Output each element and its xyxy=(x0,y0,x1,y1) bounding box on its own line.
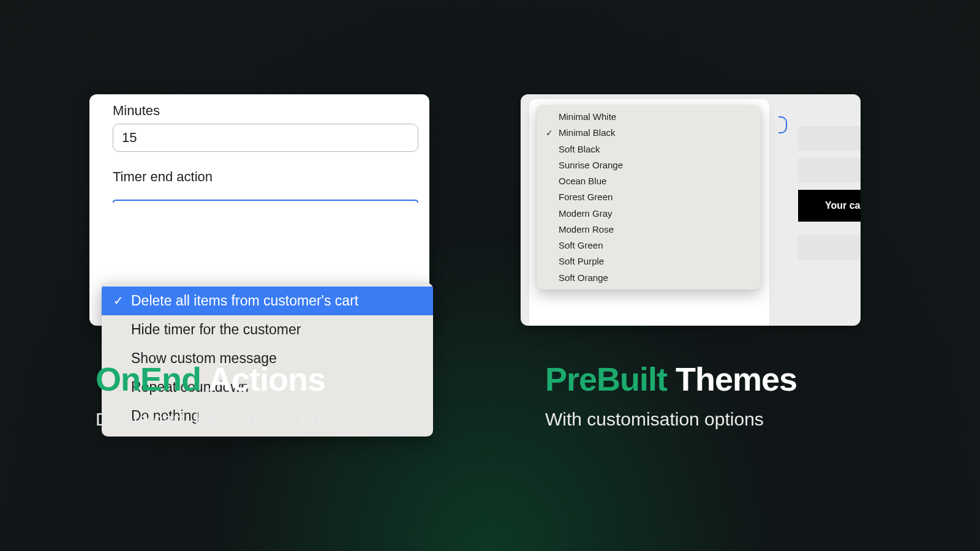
theme-option-label: Modern Gray xyxy=(559,208,612,220)
preview-strip: Your car xyxy=(798,126,861,285)
theme-option[interactable]: ✓Ocean Blue xyxy=(537,173,761,189)
theme-option-label: Soft Purple xyxy=(559,255,604,268)
onend-actions-card: Minutes Timer end action ✓Delete all ite… xyxy=(89,94,429,326)
theme-option-label: Minimal White xyxy=(559,111,616,123)
theme-option-label: Soft Green xyxy=(559,239,603,252)
theme-option[interactable]: ✓Modern Gray xyxy=(537,206,761,222)
theme-option-label: Soft Orange xyxy=(559,272,608,284)
theme-option-label: Sunrise Orange xyxy=(559,159,623,171)
timer-end-action-label: Timer end action xyxy=(113,169,418,185)
theme-option-label: Modern Rose xyxy=(559,223,614,236)
theme-option[interactable]: ✓Soft Orange xyxy=(537,270,761,286)
theme-option-label: Forest Green xyxy=(559,191,612,203)
timer-action-option[interactable]: ✓Hide timer for the customer xyxy=(102,315,433,344)
timer-action-option[interactable]: ✓Delete all items from customer's cart xyxy=(102,287,433,315)
minutes-input[interactable] xyxy=(113,124,418,152)
timer-end-action-select[interactable] xyxy=(113,200,418,203)
preview-placeholder-bar xyxy=(798,126,861,151)
caption-onend-title: OnEnd Actions xyxy=(96,360,330,398)
caption-themes-sub: With customisation options xyxy=(545,409,797,430)
theme-option[interactable]: ✓Minimal White xyxy=(537,109,761,125)
timer-action-option-label: Hide timer for the customer xyxy=(131,320,301,339)
theme-option-label: Minimal Black xyxy=(559,127,616,139)
themes-card: ✓Minimal White✓Minimal Black✓Soft Black✓… xyxy=(521,94,861,326)
theme-option[interactable]: ✓Soft Green xyxy=(537,238,761,253)
minutes-label: Minutes xyxy=(113,103,418,119)
theme-option[interactable]: ✓Minimal Black xyxy=(537,125,761,141)
caption-themes: PreBuilt Themes With customisation optio… xyxy=(545,360,797,430)
theme-option[interactable]: ✓Modern Rose xyxy=(537,222,761,238)
theme-option-label: Ocean Blue xyxy=(559,175,606,187)
preview-banner: Your car xyxy=(798,190,861,222)
preview-placeholder-bar xyxy=(798,158,861,182)
theme-option[interactable]: ✓Forest Green xyxy=(537,189,761,205)
theme-option[interactable]: ✓Soft Black xyxy=(537,141,761,157)
preview-placeholder-bar xyxy=(798,235,861,260)
caption-onend-sub: Delete cart, Hide timer & etc. xyxy=(96,409,330,430)
caption-themes-title: PreBuilt Themes xyxy=(545,360,797,398)
theme-select-menu: ✓Minimal White✓Minimal Black✓Soft Black✓… xyxy=(537,105,761,290)
preview-banner-text: Your car xyxy=(825,200,861,211)
check-icon: ✓ xyxy=(113,293,124,309)
theme-option[interactable]: ✓Sunrise Orange xyxy=(537,157,761,173)
select-focus-indicator xyxy=(778,116,787,133)
caption-onend: OnEnd Actions Delete cart, Hide timer & … xyxy=(96,360,330,430)
theme-option[interactable]: ✓Soft Purple xyxy=(537,253,761,269)
timer-action-option-label: Delete all items from customer's cart xyxy=(131,291,358,310)
theme-option-label: Soft Black xyxy=(559,143,600,156)
check-icon: ✓ xyxy=(545,127,554,139)
